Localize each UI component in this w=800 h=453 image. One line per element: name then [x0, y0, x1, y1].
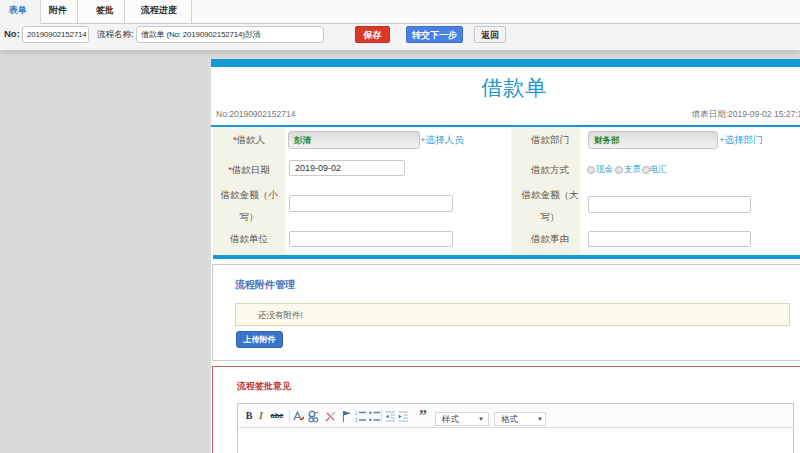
svg-text:2: 2: [355, 418, 358, 423]
svg-text:1: 1: [355, 411, 358, 416]
